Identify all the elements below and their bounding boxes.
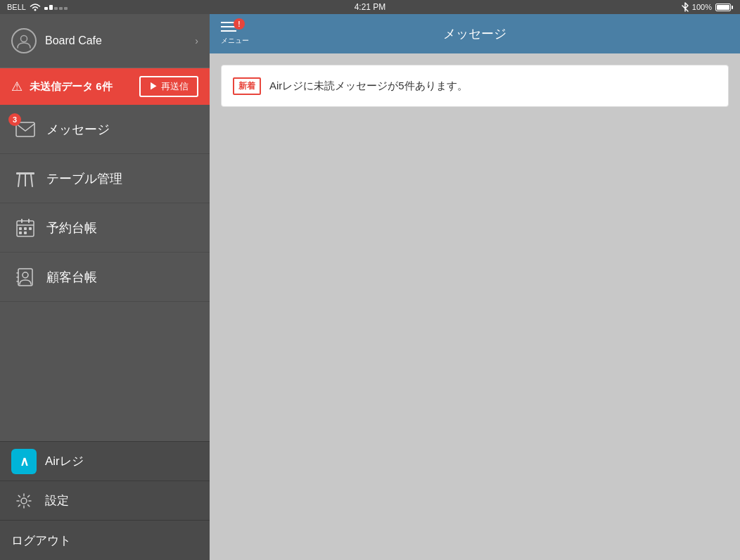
- sidebar-item-logout[interactable]: ログアウト: [0, 521, 210, 560]
- svg-rect-12: [24, 227, 27, 230]
- dot4: [59, 7, 63, 10]
- messages-badge: 3: [8, 113, 21, 126]
- unsent-text: 未送信データ 6件: [30, 80, 132, 94]
- warning-icon: ⚠: [11, 79, 23, 94]
- dot1: [44, 7, 48, 10]
- sidebar-item-customers[interactable]: 顧客台帳: [0, 253, 210, 302]
- menu-bar-3: [221, 30, 236, 32]
- messages-label: メッセージ: [46, 121, 110, 138]
- svg-rect-16: [18, 269, 32, 286]
- sidebar-item-settings[interactable]: 設定: [0, 481, 210, 521]
- svg-rect-11: [19, 227, 22, 230]
- wifi-icon: [30, 3, 41, 11]
- mail-icon: 3: [14, 118, 37, 141]
- svg-rect-15: [24, 231, 27, 234]
- svg-point-1: [21, 36, 27, 42]
- top-bar: ! メニュー メッセージ: [210, 14, 740, 53]
- status-left: BELL: [7, 3, 68, 11]
- svg-line-5: [18, 174, 20, 186]
- content-area: 新着 Airレジに未読メッセージが5件あります。: [210, 53, 740, 560]
- main-content: ! メニュー メッセージ 新着 Airレジに未読メッセージが5件あります。: [210, 14, 740, 560]
- signal-dots: [44, 5, 68, 10]
- svg-point-0: [34, 9, 36, 11]
- account-header[interactable]: Board Cafe ›: [0, 14, 210, 68]
- status-time: 4:21 PM: [355, 2, 386, 12]
- account-name: Board Cafe: [45, 34, 195, 47]
- carrier-label: BELL: [7, 3, 26, 11]
- sidebar-item-air-regi[interactable]: ∧ Airレジ: [0, 442, 210, 481]
- gear-icon: [11, 493, 37, 509]
- customers-label: 顧客台帳: [46, 269, 97, 286]
- bottom-section: ∧ Airレジ 設定 ログアウト: [0, 441, 210, 560]
- new-badge: 新着: [233, 77, 261, 95]
- svg-line-6: [31, 174, 32, 186]
- svg-point-17: [23, 272, 28, 278]
- battery-icon: [715, 4, 733, 11]
- table-mgmt-label: テーブル管理: [46, 170, 122, 187]
- menu-label: メニュー: [221, 36, 249, 46]
- menu-button[interactable]: ! メニュー: [221, 22, 249, 46]
- status-bar: BELL 4:21 PM 100%: [0, 0, 740, 14]
- message-text: Airレジに未読メッセージが5件あります。: [269, 79, 468, 93]
- reservations-label: 予約台帳: [46, 219, 97, 236]
- resend-button[interactable]: ▶ 再送信: [139, 76, 198, 97]
- bluetooth-icon: [682, 2, 689, 12]
- sidebar-item-messages[interactable]: 3 メッセージ: [0, 105, 210, 154]
- menu-notification-badge: !: [234, 18, 245, 30]
- battery-label: 100%: [692, 3, 712, 11]
- status-right: 100%: [682, 2, 733, 12]
- nav-items: 3 メッセージ テーブル管理: [0, 105, 210, 441]
- air-regi-label: Airレジ: [45, 453, 84, 469]
- dot3: [54, 7, 58, 10]
- svg-rect-14: [19, 231, 22, 234]
- settings-label: 設定: [45, 492, 69, 509]
- page-title: メッセージ: [443, 25, 506, 42]
- dot5: [64, 7, 68, 10]
- table-icon: [14, 167, 37, 190]
- sidebar-item-table-mgmt[interactable]: テーブル管理: [0, 154, 210, 203]
- sidebar: Board Cafe › ⚠ 未送信データ 6件 ▶ 再送信 3 メッセージ: [0, 14, 210, 560]
- account-avatar: [11, 28, 37, 53]
- chevron-right-icon: ›: [195, 35, 198, 46]
- message-card: 新着 Airレジに未読メッセージが5件あります。: [221, 65, 729, 107]
- dot2: [49, 5, 53, 10]
- air-regi-logo: ∧: [11, 449, 37, 474]
- app-container: Board Cafe › ⚠ 未送信データ 6件 ▶ 再送信 3 メッセージ: [0, 14, 740, 560]
- unsent-banner: ⚠ 未送信データ 6件 ▶ 再送信: [0, 68, 210, 105]
- svg-point-21: [21, 498, 27, 504]
- logout-label: ログアウト: [11, 533, 71, 549]
- contacts-icon: [14, 266, 37, 288]
- calendar-icon: [14, 217, 37, 239]
- svg-rect-3: [16, 172, 34, 174]
- sidebar-item-reservations[interactable]: 予約台帳: [0, 203, 210, 253]
- svg-rect-13: [29, 227, 32, 230]
